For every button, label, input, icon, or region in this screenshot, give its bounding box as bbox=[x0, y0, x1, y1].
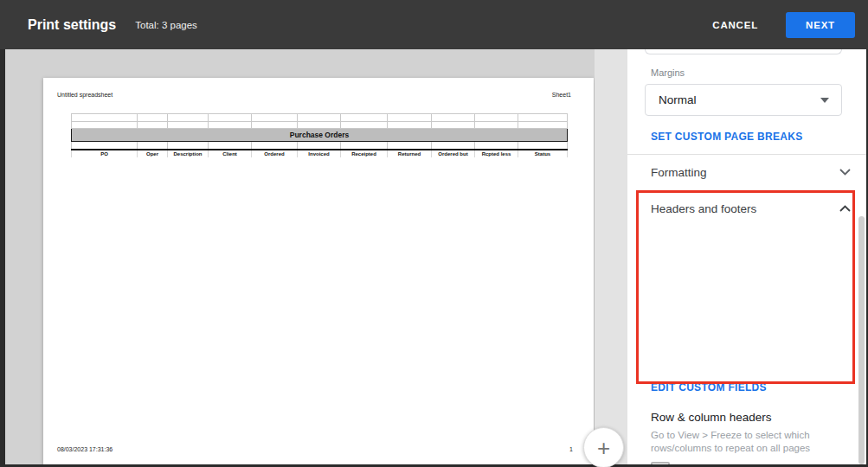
set-custom-page-breaks-link[interactable]: SET CUSTOM PAGE BREAKS bbox=[651, 131, 803, 143]
table-cell bbox=[298, 121, 341, 129]
table-cell bbox=[341, 121, 388, 129]
table-cell: Invoiced bbox=[298, 150, 341, 157]
margins-select[interactable]: Normal bbox=[645, 84, 842, 116]
table-cell bbox=[252, 142, 298, 150]
table-cell: Ordered bbox=[252, 150, 298, 157]
table-cell bbox=[475, 142, 518, 150]
table-cell bbox=[138, 114, 168, 122]
table-row bbox=[72, 121, 568, 129]
preview-page: Untitled spreadsheet Sheet1 Purchase Ord… bbox=[43, 78, 594, 464]
margins-selected-value: Normal bbox=[659, 93, 820, 106]
zoom-in-button[interactable]: + bbox=[583, 427, 624, 467]
table-cell bbox=[138, 121, 168, 129]
table-cell bbox=[432, 121, 475, 129]
chevron-down-icon bbox=[839, 169, 851, 176]
preview-scroll-gutter bbox=[595, 49, 627, 464]
preview-table-body: Purchase OrdersPOOperDescriptionClientOr… bbox=[72, 114, 568, 157]
edit-custom-fields-link[interactable]: EDIT CUSTOM FIELDS bbox=[651, 381, 767, 393]
sidebar-scrollbar-thumb[interactable] bbox=[858, 216, 865, 464]
table-cell bbox=[518, 114, 568, 122]
row-column-headers-label: Row & column headers bbox=[651, 411, 772, 424]
table-cell: Oper bbox=[138, 150, 168, 157]
table-cell: Rcpted less bbox=[475, 150, 518, 157]
table-cell bbox=[432, 114, 475, 122]
table-cell: Receipted bbox=[341, 150, 388, 157]
table-cell: Status bbox=[518, 150, 568, 157]
margins-label: Margins bbox=[651, 67, 685, 78]
table-cell: Returned bbox=[388, 150, 432, 157]
table-cell bbox=[209, 142, 252, 150]
dropdown-arrow-icon bbox=[820, 98, 829, 103]
table-cell bbox=[209, 121, 252, 129]
partial-checkbox[interactable] bbox=[651, 462, 670, 464]
table-cell bbox=[518, 121, 568, 129]
table-cell: Description bbox=[168, 150, 209, 157]
table-cell bbox=[298, 114, 341, 122]
scale-dropdown-partial[interactable] bbox=[645, 49, 842, 54]
print-settings-screen: { "header": { "title": "Print settings",… bbox=[0, 0, 868, 467]
table-cell bbox=[341, 114, 388, 122]
headers-footers-label: Headers and footers bbox=[651, 202, 839, 215]
table-cell bbox=[168, 121, 209, 129]
formatting-section-header[interactable]: Formatting bbox=[627, 154, 866, 190]
table-title: Purchase Orders bbox=[72, 129, 568, 142]
table-cell: Client bbox=[209, 150, 252, 157]
table-cell bbox=[252, 121, 298, 129]
table-cell bbox=[298, 142, 341, 150]
table-cell bbox=[432, 142, 475, 150]
table-cell bbox=[252, 114, 298, 122]
total-pages-label: Total: 3 pages bbox=[135, 20, 197, 30]
preview-page-number: 1 bbox=[569, 446, 573, 452]
table-cell bbox=[72, 121, 138, 129]
table-cell bbox=[388, 114, 432, 122]
preview-workbook-title: Untitled spreadsheet bbox=[57, 92, 113, 98]
table-cell bbox=[72, 114, 138, 122]
preview-footer-datetime: 08/03/2023 17:31:36 bbox=[57, 446, 113, 452]
page-title: Print settings bbox=[28, 17, 116, 33]
table-cell: Ordered but bbox=[432, 150, 475, 157]
settings-sidebar: Margins Normal SET CUSTOM PAGE BREAKS Fo… bbox=[627, 49, 866, 464]
cancel-button[interactable]: CANCEL bbox=[707, 19, 763, 31]
table-cell bbox=[388, 142, 432, 150]
table-title-row: Purchase Orders bbox=[72, 129, 568, 142]
preview-sheet-name: Sheet1 bbox=[552, 92, 571, 98]
plus-icon: + bbox=[597, 435, 610, 461]
table-row: POOperDescriptionClientOrderedInvoicedRe… bbox=[72, 150, 568, 157]
next-button[interactable]: NEXT bbox=[786, 12, 855, 38]
table-cell bbox=[518, 142, 568, 150]
print-preview-area: Untitled spreadsheet Sheet1 Purchase Ord… bbox=[5, 49, 595, 464]
formatting-label: Formatting bbox=[651, 166, 839, 179]
table-cell bbox=[388, 121, 432, 129]
table-cell bbox=[138, 142, 168, 150]
chevron-up-icon bbox=[839, 205, 851, 212]
table-row bbox=[72, 114, 568, 122]
row-column-headers-help-text: Go to View > Freeze to select which rows… bbox=[651, 429, 852, 455]
table-cell bbox=[168, 114, 209, 122]
table-cell bbox=[168, 142, 209, 150]
table-cell bbox=[475, 114, 518, 122]
topbar: Print settings Total: 3 pages CANCEL NEX… bbox=[0, 0, 868, 49]
headers-footers-section-header[interactable]: Headers and footers bbox=[627, 193, 866, 224]
table-cell: PO bbox=[72, 150, 138, 157]
preview-table-wrap: Purchase OrdersPOOperDescriptionClientOr… bbox=[71, 113, 568, 157]
table-cell bbox=[72, 142, 138, 150]
table-cell bbox=[475, 121, 518, 129]
table-row bbox=[72, 142, 568, 150]
table-cell bbox=[341, 142, 388, 150]
table-cell bbox=[209, 114, 252, 122]
purchase-orders-table: Purchase OrdersPOOperDescriptionClientOr… bbox=[71, 113, 568, 157]
